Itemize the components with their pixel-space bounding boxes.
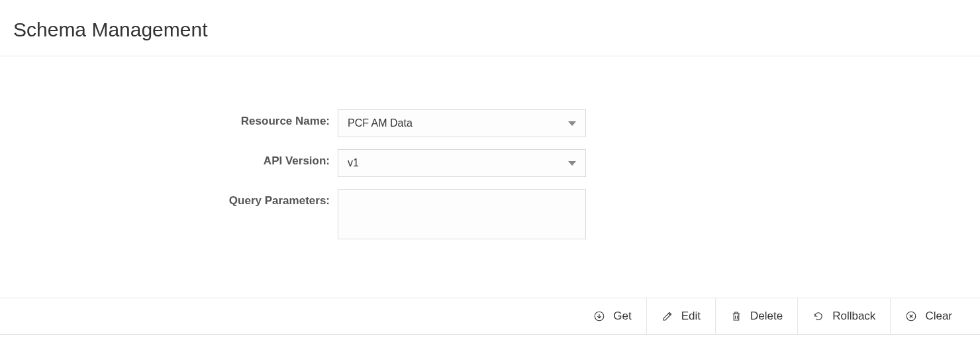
delete-label: Delete bbox=[750, 310, 783, 323]
pencil-icon bbox=[662, 310, 673, 322]
rollback-button[interactable]: Rollback bbox=[798, 298, 891, 334]
resource-name-label: Resource Name: bbox=[13, 109, 338, 128]
edit-label: Edit bbox=[681, 310, 701, 323]
page-title: Schema Management bbox=[13, 19, 967, 41]
get-button[interactable]: Get bbox=[579, 298, 646, 334]
clear-button[interactable]: Clear bbox=[891, 298, 967, 334]
resource-name-select[interactable]: PCF AM Data bbox=[338, 109, 586, 137]
undo-icon bbox=[812, 310, 824, 322]
clear-label: Clear bbox=[925, 310, 952, 323]
rollback-label: Rollback bbox=[832, 310, 875, 323]
form-row-api-version: API Version: v1 bbox=[13, 149, 967, 177]
query-parameters-label: Query Parameters: bbox=[13, 189, 338, 208]
api-version-select[interactable]: v1 bbox=[338, 149, 586, 177]
action-toolbar: Get Edit Delete Rollback Clear bbox=[0, 298, 980, 335]
chevron-down-icon bbox=[568, 121, 576, 126]
resource-name-value: PCF AM Data bbox=[348, 117, 413, 129]
trash-icon bbox=[730, 310, 742, 322]
api-version-label: API Version: bbox=[13, 149, 338, 168]
form-area: Resource Name: PCF AM Data API Version: … bbox=[0, 56, 980, 278]
edit-button[interactable]: Edit bbox=[647, 298, 716, 334]
delete-button[interactable]: Delete bbox=[716, 298, 798, 334]
query-parameters-input[interactable] bbox=[338, 189, 586, 239]
close-circle-icon bbox=[905, 310, 917, 322]
form-row-resource-name: Resource Name: PCF AM Data bbox=[13, 109, 967, 137]
page-header: Schema Management bbox=[0, 0, 980, 56]
api-version-value: v1 bbox=[348, 157, 359, 169]
chevron-down-icon bbox=[568, 161, 576, 166]
get-label: Get bbox=[613, 310, 631, 323]
download-circle-icon bbox=[593, 310, 605, 322]
form-row-query-parameters: Query Parameters: bbox=[13, 189, 967, 239]
